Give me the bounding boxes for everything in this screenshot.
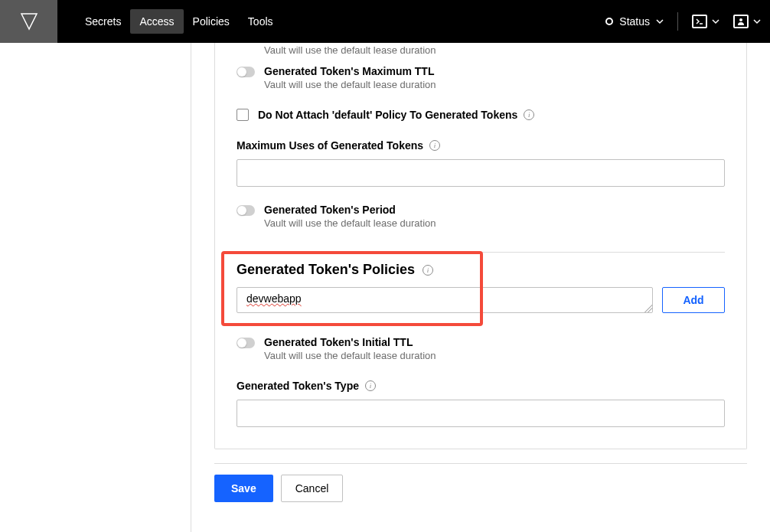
initial-ttl-label: Generated Token's Initial TTL — [264, 336, 725, 348]
header-right: Status — [605, 12, 761, 31]
status-dropdown[interactable]: Status — [605, 15, 664, 28]
nav-tools[interactable]: Tools — [239, 9, 282, 34]
chevron-down-icon — [656, 18, 664, 25]
max-uses-input[interactable] — [237, 159, 725, 187]
initial-ttl-toggle[interactable] — [237, 338, 255, 348]
period-row: Generated Token's Period Vault will use … — [237, 194, 725, 238]
divider — [237, 252, 725, 253]
form-actions: Save Cancel — [214, 463, 747, 502]
info-icon[interactable]: i — [365, 380, 376, 391]
main: Vault will use the default lease duratio… — [0, 43, 770, 532]
vault-logo[interactable] — [0, 0, 57, 43]
form-card: Vault will use the default lease duratio… — [214, 43, 747, 449]
user-icon — [733, 15, 749, 28]
chevron-down-icon — [753, 18, 761, 25]
max-ttl-row: Generated Token's Maximum TTL Vault will… — [237, 56, 725, 100]
user-dropdown[interactable] — [733, 15, 761, 28]
terminal-icon — [692, 15, 707, 28]
period-sub: Vault will use the default lease duratio… — [264, 217, 725, 229]
initial-ttl-row: Generated Token's Initial TTL Vault will… — [237, 327, 725, 370]
chevron-down-icon — [712, 18, 719, 25]
header-divider — [677, 12, 678, 31]
partial-toggle-row: Vault will use the default lease duratio… — [237, 43, 725, 56]
info-icon[interactable]: i — [423, 265, 433, 276]
save-button[interactable]: Save — [214, 475, 273, 502]
partial-toggle-sub: Vault will use the default lease duratio… — [264, 44, 725, 56]
nodefault-checkbox[interactable] — [237, 109, 249, 121]
nav-secrets[interactable]: Secrets — [76, 9, 130, 34]
period-toggle[interactable] — [237, 205, 255, 216]
status-label: Status — [619, 15, 650, 28]
info-icon[interactable]: i — [429, 140, 440, 151]
token-type-label-row: Generated Token's Type i — [237, 380, 725, 392]
max-ttl-sub: Vault will use the default lease duratio… — [264, 79, 725, 90]
max-uses-label: Maximum Uses of Generated Tokens — [237, 139, 423, 152]
max-ttl-toggle[interactable] — [237, 67, 255, 77]
add-policy-button[interactable]: Add — [662, 287, 725, 313]
policies-section: Generated Token's Policies i devwebapp A… — [237, 262, 725, 313]
sidebar — [0, 43, 191, 532]
token-type-label: Generated Token's Type — [237, 380, 359, 392]
status-indicator-icon — [605, 18, 613, 25]
cancel-button[interactable]: Cancel — [281, 475, 344, 502]
vault-triangle-icon — [20, 12, 38, 31]
max-uses-label-row: Maximum Uses of Generated Tokens i — [237, 139, 725, 152]
max-ttl-label: Generated Token's Maximum TTL — [264, 65, 725, 77]
token-type-input[interactable] — [237, 400, 725, 427]
nav-access[interactable]: Access — [130, 9, 183, 34]
content: Vault will use the default lease duratio… — [191, 43, 770, 532]
initial-ttl-sub: Vault will use the default lease duratio… — [264, 350, 725, 361]
policies-input-row: devwebapp Add — [237, 287, 725, 313]
info-icon[interactable]: i — [524, 109, 534, 120]
policies-header-row: Generated Token's Policies i — [237, 262, 725, 278]
nav-policies[interactable]: Policies — [184, 9, 239, 34]
svg-point-0 — [739, 18, 742, 21]
nodefault-row: Do Not Attach 'default' Policy To Genera… — [237, 100, 725, 130]
policies-input[interactable]: devwebapp — [237, 287, 653, 313]
top-header: Secrets Access Policies Tools Status — [0, 0, 770, 43]
policies-header: Generated Token's Policies — [237, 262, 415, 278]
console-dropdown[interactable] — [692, 15, 719, 28]
nodefault-label: Do Not Attach 'default' Policy To Genera… — [258, 109, 517, 121]
period-label: Generated Token's Period — [264, 204, 725, 216]
main-nav: Secrets Access Policies Tools — [76, 9, 282, 34]
